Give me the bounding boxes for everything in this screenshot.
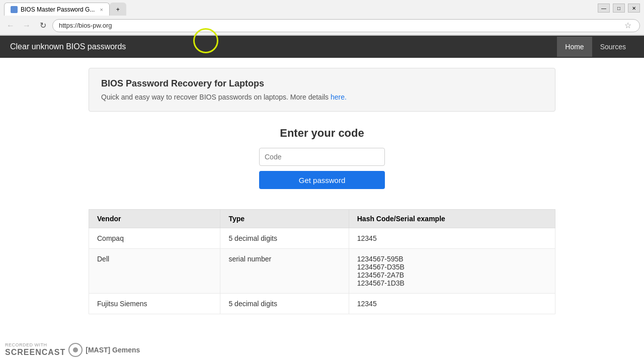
example-cell: 1234567-595B1234567-D35B1234567-2A7B1234… <box>349 249 555 294</box>
vendor-cell: Compaq <box>89 228 220 249</box>
col-example: Hash Code/Serial example <box>349 210 555 228</box>
type-cell: serial number <box>220 249 349 294</box>
main-content: BIOS Password Recovery for Laptops Quick… <box>80 68 564 314</box>
table-row: Dellserial number1234567-595B1234567-D35… <box>89 249 555 294</box>
minimize-button[interactable]: — <box>598 4 610 13</box>
tab-favicon <box>11 6 18 13</box>
info-box-description: Quick and easy way to recover BIOS passw… <box>101 93 543 101</box>
site-nav-links: Home Sources <box>557 37 634 57</box>
site-nav: Clear unknown BIOS passwords Home Source… <box>0 36 644 58</box>
info-box: BIOS Password Recovery for Laptops Quick… <box>89 68 555 112</box>
url-input[interactable] <box>59 22 619 29</box>
info-box-title: BIOS Password Recovery for Laptops <box>101 78 543 89</box>
vendor-cell: Fujitsu Siemens <box>89 294 220 314</box>
window-controls: — □ ✕ <box>598 4 640 13</box>
close-window-button[interactable]: ✕ <box>628 4 640 13</box>
address-bar[interactable]: ☆ <box>52 19 640 32</box>
type-cell: 5 decimal digits <box>220 294 349 314</box>
example-cell: 12345 <box>349 228 555 249</box>
tab-close-button[interactable]: × <box>100 7 103 13</box>
site-brand: Clear unknown BIOS passwords <box>10 42 557 51</box>
get-password-button[interactable]: Get password <box>259 171 385 189</box>
nav-sources-link[interactable]: Sources <box>592 37 634 57</box>
table-header-row: Vendor Type Hash Code/Serial example <box>89 210 555 228</box>
refresh-button[interactable]: ↻ <box>36 19 49 32</box>
table-head: Vendor Type Hash Code/Serial example <box>89 210 555 228</box>
forward-button[interactable]: → <box>20 19 33 32</box>
tab-title: BIOS Master Password G... <box>21 6 95 13</box>
table-row: Compaq5 decimal digits12345 <box>89 228 555 249</box>
table-row: Fujitsu Siemens5 decimal digits12345 <box>89 294 555 314</box>
example-cell: 12345 <box>349 294 555 314</box>
vendor-table: Vendor Type Hash Code/Serial example Com… <box>89 209 555 314</box>
browser-tab[interactable]: BIOS Master Password G... × <box>4 3 110 16</box>
col-vendor: Vendor <box>89 210 220 228</box>
maximize-button[interactable]: □ <box>613 4 625 13</box>
bookmark-star-icon[interactable]: ☆ <box>622 21 633 30</box>
table-body: Compaq5 decimal digits12345Dellserial nu… <box>89 228 555 314</box>
back-button[interactable]: ← <box>4 19 17 32</box>
form-title: Enter your code <box>89 127 555 140</box>
code-input[interactable] <box>259 148 385 166</box>
vendor-cell: Dell <box>89 249 220 294</box>
type-cell: 5 decimal digits <box>220 228 349 249</box>
nav-home-link[interactable]: Home <box>557 37 592 57</box>
browser-nav-bar: ← → ↻ ☆ <box>0 16 644 35</box>
code-form: Enter your code Get password <box>89 127 555 189</box>
col-type: Type <box>220 210 349 228</box>
info-box-link[interactable]: here. <box>331 93 347 101</box>
new-tab-button[interactable]: + <box>110 3 126 16</box>
